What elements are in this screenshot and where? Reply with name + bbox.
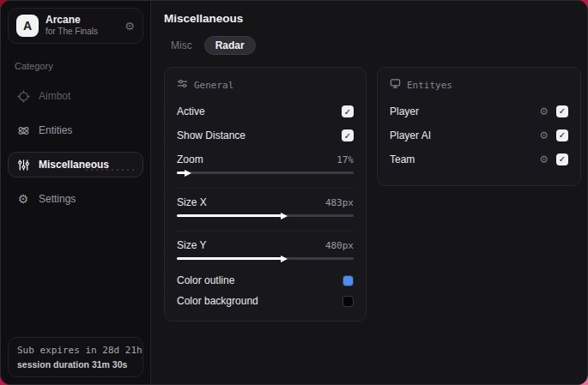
entity-row-player-ai: Player AI ⚙ ✓: [390, 126, 568, 144]
team-gear-icon[interactable]: ⚙: [539, 153, 549, 165]
show-distance-checkbox[interactable]: ✓: [342, 129, 354, 141]
panel-title: Entityes: [407, 80, 452, 91]
color-outline-swatch[interactable]: [342, 275, 354, 286]
entity-row-team: Team ⚙ ✓: [390, 150, 568, 168]
player-checkbox[interactable]: ✓: [556, 105, 568, 117]
app-logo: A: [16, 15, 39, 37]
size-y-value: 480px: [325, 240, 354, 251]
color-background-swatch[interactable]: [342, 296, 354, 307]
category-label: Category: [15, 61, 150, 71]
entity-row-player: Player ⚙ ✓: [390, 102, 568, 120]
atom-icon: [16, 123, 30, 137]
subscription-status-card: Sub expires in 28d 21h session duration …: [8, 337, 143, 377]
size-x-value: 483px: [325, 197, 354, 208]
player-ai-gear-icon[interactable]: ⚙: [539, 129, 549, 141]
slider-thumb[interactable]: [281, 256, 288, 262]
player-gear-icon[interactable]: ⚙: [539, 105, 549, 117]
equalizer-icon: [177, 77, 188, 93]
team-checkbox[interactable]: ✓: [556, 153, 568, 165]
sliders-icon: [16, 158, 30, 171]
color-outline-row: Color outline: [177, 272, 354, 289]
toggle-row-show-distance: Show Distance ✓: [177, 126, 354, 145]
zoom-slider-group: Zoom 17%: [177, 150, 354, 183]
tab-radar[interactable]: Radar: [204, 36, 256, 55]
sidebar-item-label: Aimbot: [39, 90, 70, 102]
crosshair-icon: [16, 89, 30, 103]
settings-gear-icon[interactable]: ⚙: [124, 20, 135, 33]
sub-expires-text: Sub expires in 28d 21h: [17, 345, 134, 356]
active-checkbox[interactable]: ✓: [342, 105, 354, 117]
sidebar-item-miscellaneous[interactable]: Miscellaneous: [8, 152, 143, 177]
tab-misc[interactable]: Misc: [164, 36, 199, 55]
sidebar-item-entities[interactable]: Entities: [8, 117, 143, 143]
zoom-slider[interactable]: [177, 171, 354, 174]
app-header-card: A Arcane for The Finals ⚙: [8, 8, 143, 44]
sidebar-item-aimbot[interactable]: Aimbot: [8, 83, 143, 109]
size-x-slider-group: Size X 483px: [177, 188, 354, 226]
app-name: Arcane: [45, 15, 98, 27]
entities-panel: Entityes Player ⚙ ✓ Player AI ⚙ ✓: [377, 67, 581, 186]
slider-thumb[interactable]: [185, 170, 191, 177]
sidebar-nav: Aimbot Entities: [1, 83, 150, 220]
panel-title: General: [194, 80, 233, 91]
main-content: Miscellaneous Misc Radar General: [151, 1, 588, 384]
player-ai-checkbox[interactable]: ✓: [556, 129, 568, 141]
tab-bar: Misc Radar: [164, 36, 581, 55]
sidebar-item-settings[interactable]: ⚙ Settings: [8, 186, 143, 212]
size-y-slider[interactable]: [177, 257, 354, 260]
app-subtitle: for The Finals: [45, 27, 98, 37]
color-background-row: Color background: [177, 292, 354, 310]
general-panel: General Active ✓ Show Distance ✓ Zoom 17…: [164, 67, 367, 322]
monitor-icon: [390, 77, 401, 93]
sidebar-item-label: Settings: [39, 193, 76, 205]
toggle-row-active: Active ✓: [177, 102, 354, 121]
size-y-slider-group: Size Y 480px: [177, 231, 354, 268]
page-title: Miscellaneous: [164, 12, 581, 25]
sidebar-item-label: Entities: [39, 124, 72, 136]
gear-icon: ⚙: [16, 192, 30, 206]
zoom-value: 17%: [336, 154, 354, 165]
session-duration-text: session duration 31m 30s: [17, 359, 134, 370]
dots-decoration: [84, 167, 134, 173]
size-x-slider[interactable]: [177, 214, 354, 217]
slider-thumb[interactable]: [281, 213, 288, 220]
sidebar: A Arcane for The Finals ⚙ Category Aimbo…: [1, 1, 151, 384]
app-window: A Arcane for The Finals ⚙ Category Aimbo…: [0, 0, 588, 385]
